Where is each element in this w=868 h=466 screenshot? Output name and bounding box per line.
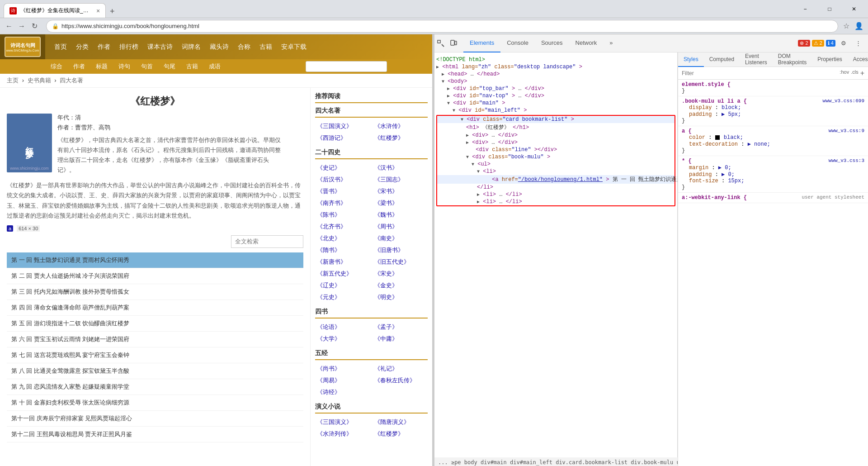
dom-div-2[interactable]: ▶ <div> … </div> [437,139,675,146]
rec-item[interactable]: 《元史》 [315,292,371,302]
rec-item[interactable]: 《红楼梦》 [373,133,428,143]
chapter-item[interactable]: 第 四 回 薄命女偏逢薄命郎 葫芦僧乱判葫芦案 [7,300,303,316]
rec-item[interactable]: 《春秋左氏传》 [373,376,428,385]
style-source-ua[interactable]: user agent stylesheet [802,195,864,200]
rec-item[interactable]: 《诗经》 [315,387,371,397]
rec-item[interactable]: 《水浒列传》 [315,429,371,439]
bc-dots[interactable]: ... [438,459,448,466]
dom-top-bar[interactable]: ▶ <div id="top_bar" > … </div> [434,85,677,92]
nav-acrostic[interactable]: 藏头诗 [205,34,233,59]
dom-body[interactable]: ▼ <body> [434,78,677,85]
breadcrumb-home[interactable]: 主页 [7,77,19,84]
nav-android[interactable]: 安卓下载 [277,34,311,59]
active-tab[interactable]: 诗 《红楼梦》全集在线阅读_史书典... × [4,3,106,18]
dom-a-link[interactable]: <a href="/book/hongloumeng/1.html" > 第 一… [437,175,675,184]
rec-item[interactable]: 《梁书》 [373,198,428,208]
rec-item[interactable]: 《陈书》 [315,210,371,220]
search-tab-poem[interactable]: 诗句 [113,59,136,74]
chapter-item[interactable]: 第 七 回 送宫花贾琏戏熙凤 宴宁府宝玉会秦钟 [7,347,303,363]
search-tab-comprehensive[interactable]: 综合 [45,59,68,74]
chapter-item[interactable]: 第 一 回 甄士隐梦幻识通灵 贾雨村风尘怀闺秀 [7,252,303,268]
dom-div-1[interactable]: ▶ <div> … </div> [437,132,675,139]
device-toggle-button[interactable] [447,37,460,50]
rec-item[interactable]: 《后汉书》 [315,175,371,185]
search-tab-author[interactable]: 作者 [68,59,90,74]
rec-item[interactable]: 《明史》 [373,292,428,302]
search-tab-start[interactable]: 句首 [136,59,158,74]
chapter-item[interactable]: 第 二 回 贾夫人仙逝扬州城 冷子兴演说荣国府 [7,268,303,284]
nav-home[interactable]: 首页 [50,34,71,59]
tab-close-button[interactable]: × [96,7,100,14]
styles-tab-styles[interactable]: Styles [678,52,704,67]
dom-nav-top[interactable]: ▶ <div id="nav-top" > … </div> [434,92,677,100]
refresh-button[interactable]: ↻ [29,21,40,32]
dom-li-2[interactable]: ▶ <li> … </li> [437,191,675,198]
rec-item[interactable]: 《三国演义》 [315,417,371,427]
styles-tab-event-listeners[interactable]: Event Listeners [740,52,773,67]
rec-item[interactable]: 《魏书》 [373,210,428,220]
dom-main-left[interactable]: ▼ <div id="main_left" > [434,107,677,114]
rec-item[interactable]: 《周易》 [315,376,371,385]
bc-ul[interactable]: ul [677,459,678,466]
bc-mainleft[interactable]: div#main_left [510,459,552,466]
dom-li-1[interactable]: ▼ <li> [437,168,675,175]
bc-card[interactable]: div.card.bookmark-list [556,459,627,466]
tab-network[interactable]: Network [569,34,604,52]
dom-doctype[interactable]: <!DOCTYPE html> [434,56,677,63]
rec-item[interactable]: 《晋书》 [315,186,371,196]
chapter-item[interactable]: 第 五 回 游幻境指迷十二钗 饮仙醪曲演红楼梦 [7,316,303,332]
minimize-button[interactable]: − [795,2,816,16]
search-tab-end[interactable]: 句尾 [158,59,181,74]
rec-item[interactable]: 《北史》 [315,233,371,243]
rec-item[interactable]: 《三国志》 [373,175,428,185]
rec-item[interactable]: 《孟子》 [373,322,428,332]
chapter-item[interactable]: 第 八 回 比通灵金莺微露意 探宝钗黛玉半含酸 [7,363,303,379]
nav-hecheng[interactable]: 合称 [233,34,255,59]
bookmark-button[interactable]: ☆ [841,21,852,32]
site-search-input[interactable] [306,61,387,72]
rec-item[interactable]: 《尚书》 [315,364,371,374]
add-style-button[interactable]: + [860,69,864,77]
search-tab-classics[interactable]: 古籍 [181,59,203,74]
new-tab-button[interactable]: + [106,5,118,18]
rec-item[interactable]: 《三国演义》 [315,121,371,131]
styles-tab-dom-breakpoints[interactable]: DOM Breakpoints [773,52,812,67]
dom-head[interactable]: ▶ <head> … </head> [434,71,677,78]
fulltext-search-input[interactable] [231,235,303,248]
rec-item[interactable]: 《隋书》 [315,245,371,255]
cls-button[interactable]: .cls [851,69,859,77]
rec-item[interactable]: 《辽史》 [315,281,371,290]
dom-card-bookmark[interactable]: ▼ <div class="card bookmark-list" > [437,116,675,123]
rec-item[interactable]: 《汉书》 [373,163,428,173]
rec-item[interactable]: 《南史》 [373,233,428,243]
styles-tab-computed[interactable]: Computed [704,52,740,67]
rec-item[interactable]: 《南齐书》 [315,198,371,208]
chapter-item[interactable]: 第 十 回 金寡妇贪利权受辱 张太医论病细穷源 [7,395,303,411]
nav-author[interactable]: 作者 [93,34,115,59]
search-tab-title[interactable]: 标题 [90,59,113,74]
inspect-element-button[interactable] [434,37,447,50]
rec-item[interactable]: 《旧五代史》 [373,257,428,267]
styles-filter-input[interactable] [682,70,840,76]
chapter-item[interactable]: 第十一回 庆寿辰宁府排家宴 见熙凤贾瑞起淫心 [7,411,303,427]
rec-item[interactable]: 《史记》 [315,163,371,173]
rec-item[interactable]: 《隋唐演义》 [373,417,428,427]
chapter-item[interactable]: 第十二回 王熙凤毒设相思局 贾天祥正照风月鉴 [7,427,303,442]
dom-li-3[interactable]: ▶ <li> … </li> [437,198,675,205]
nav-textbook[interactable]: 课本古诗 [143,34,177,59]
rec-item[interactable]: 《宋书》 [373,186,428,196]
tab-console[interactable]: Console [500,34,535,52]
rec-item[interactable]: 《大学》 [315,334,371,344]
rec-item[interactable]: 《旧唐书》 [373,245,428,255]
nav-ranking[interactable]: 排行榜 [115,34,143,59]
forward-button[interactable]: → [16,21,27,32]
dom-html[interactable]: ▶ <html lang="zh" class="desktop landsca… [434,63,677,71]
rec-item[interactable]: 《水浒传》 [373,121,428,131]
hov-button[interactable]: :hov [840,69,849,77]
chapter-item[interactable]: 第 三 回 托内兄如海酬训教 接外孙贾母惜孤女 [7,284,303,300]
maximize-button[interactable]: □ [819,2,840,16]
nav-cipai[interactable]: 词牌名 [177,34,205,59]
nav-category[interactable]: 分类 [71,34,93,59]
more-options-button[interactable]: ⋮ [852,37,864,50]
rec-item[interactable]: 《西游记》 [315,133,371,143]
